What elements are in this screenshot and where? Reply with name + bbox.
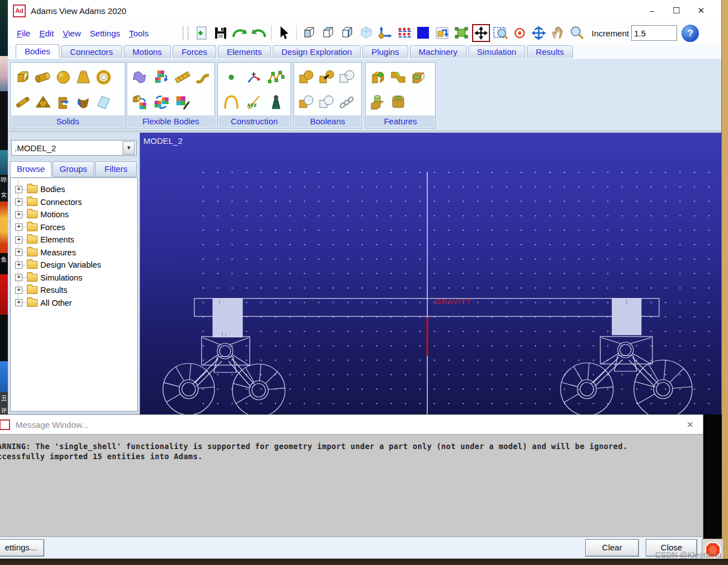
tree-item[interactable]: +Elements <box>11 234 137 246</box>
expand-icon[interactable]: + <box>15 299 22 306</box>
tree-item[interactable]: +Forces <box>11 221 137 234</box>
front-view-cube-icon[interactable] <box>301 25 318 41</box>
message-close-icon[interactable]: ✕ <box>687 419 694 430</box>
dynamic-pan-icon[interactable] <box>472 24 490 42</box>
help-button[interactable]: ? <box>682 25 699 42</box>
right-view-cube-icon[interactable] <box>339 25 356 41</box>
construction-marker-icon[interactable] <box>242 66 265 88</box>
tab-motions[interactable]: Motions <box>124 45 171 58</box>
solid-frustum-icon[interactable] <box>73 66 94 88</box>
message-window-title-bar[interactable]: Message Window... ✕ <box>0 415 703 434</box>
expand-icon[interactable]: + <box>15 223 22 231</box>
solid-sphere-icon[interactable] <box>53 66 73 88</box>
settings-button[interactable]: ettings... <box>0 539 44 557</box>
boolean-split-icon[interactable] <box>316 91 337 114</box>
menu-tools[interactable]: Tools <box>125 29 153 38</box>
save-icon[interactable] <box>212 25 229 41</box>
construction-arc-icon[interactable] <box>220 91 242 114</box>
construction-point-icon[interactable] <box>220 66 242 88</box>
discrete-link-icon[interactable] <box>172 66 193 88</box>
solid-revolution-icon[interactable] <box>73 91 94 114</box>
expand-icon[interactable]: + <box>15 186 22 193</box>
boolean-intersect-icon[interactable] <box>296 91 316 114</box>
orientation-axes-icon[interactable] <box>377 25 394 41</box>
fit-to-view-icon[interactable] <box>453 25 470 41</box>
tree-item[interactable]: +Measures <box>11 246 137 259</box>
expand-icon[interactable]: + <box>15 211 22 218</box>
solid-extrusion-icon[interactable] <box>53 91 73 114</box>
tree-item[interactable]: +All Other <box>11 297 137 310</box>
pan-hand-icon[interactable] <box>549 25 566 41</box>
tree-item[interactable]: +Motions <box>11 208 137 221</box>
construction-spline-xyz-icon[interactable]: xyz <box>242 91 265 114</box>
maximize-button[interactable]: ☐ <box>664 0 689 21</box>
top-view-cube-icon[interactable] <box>320 25 337 41</box>
tree-item[interactable]: +Results <box>11 284 137 297</box>
menu-view[interactable]: View <box>58 29 85 38</box>
tree-item[interactable]: +Simulations <box>11 272 137 284</box>
tab-browse[interactable]: Browse <box>10 161 52 177</box>
model-selector[interactable]: .MODEL_2 ▼ <box>11 140 137 156</box>
tab-bodies[interactable]: Bodies <box>16 44 59 58</box>
group-label-solids[interactable]: Solids <box>11 115 124 128</box>
boolean-union-icon[interactable] <box>296 66 316 88</box>
solid-box-icon[interactable] <box>13 66 33 88</box>
increment-input[interactable] <box>631 25 677 41</box>
boolean-cut-icon[interactable] <box>337 66 357 88</box>
construction-machine-part-icon[interactable] <box>265 91 287 114</box>
flex-swap-icon[interactable] <box>151 91 172 114</box>
flex-edit-icon[interactable] <box>172 91 193 114</box>
undo-icon[interactable] <box>250 25 267 41</box>
expand-icon[interactable]: + <box>15 274 22 281</box>
working-grid-icon[interactable] <box>396 25 413 41</box>
expand-icon[interactable]: + <box>15 249 22 256</box>
expand-icon[interactable]: + <box>15 198 22 206</box>
feature-hole-icon[interactable] <box>388 91 408 114</box>
menu-file[interactable]: File <box>12 29 35 38</box>
minimize-button[interactable]: – <box>640 0 664 21</box>
tab-plugins[interactable]: Plugins <box>362 45 408 58</box>
rotate-view-icon[interactable] <box>530 25 547 41</box>
feature-fillet-icon[interactable] <box>388 66 408 88</box>
color-swatch-icon[interactable] <box>415 25 432 41</box>
viewport[interactable]: MODEL_2 GRAVITY <box>140 133 721 414</box>
group-label-construction[interactable]: Construction <box>218 115 290 128</box>
tab-machinery[interactable]: Machinery <box>410 45 466 58</box>
select-cursor-icon[interactable] <box>276 25 292 41</box>
rigid-to-flex-icon[interactable] <box>151 66 172 88</box>
new-file-icon[interactable] <box>193 25 210 41</box>
tab-forces[interactable]: Forces <box>172 45 216 58</box>
group-label-features[interactable]: Features <box>366 115 435 128</box>
expand-icon[interactable]: + <box>15 287 22 294</box>
tab-results[interactable]: Results <box>527 45 573 58</box>
menu-settings[interactable]: Settings <box>85 29 124 38</box>
flex-convert-icon[interactable] <box>129 91 151 114</box>
expand-icon[interactable]: + <box>15 236 22 244</box>
boolean-merge-icon[interactable] <box>316 66 337 88</box>
tree-item[interactable]: +Connectors <box>11 196 137 209</box>
feature-chamfer-icon[interactable] <box>368 66 388 88</box>
group-label-booleans[interactable]: Booleans <box>295 115 361 128</box>
tab-connectors[interactable]: Connectors <box>61 45 122 58</box>
solid-torus-icon[interactable] <box>94 66 114 88</box>
construction-polyline-icon[interactable] <box>265 66 287 88</box>
menu-edit[interactable]: Edit <box>35 29 58 38</box>
feature-hollow-icon[interactable] <box>408 66 428 88</box>
solid-plane-icon[interactable] <box>94 91 114 114</box>
zoom-magnifier-icon[interactable] <box>568 25 585 41</box>
chevron-down-icon[interactable]: ▼ <box>123 141 135 155</box>
model-tree[interactable]: +Bodies+Connectors+Motions+Forces+Elemen… <box>10 178 138 412</box>
close-button[interactable]: ✕ <box>689 0 713 21</box>
iso-view-cube-icon[interactable] <box>358 25 375 41</box>
tab-groups[interactable]: Groups <box>53 161 94 177</box>
tab-filters[interactable]: Filters <box>95 161 137 177</box>
expand-icon[interactable]: + <box>15 262 22 269</box>
tab-design-exploration[interactable]: Design Exploration <box>273 45 361 58</box>
render-mode-icon[interactable] <box>434 25 451 41</box>
boolean-chain-icon[interactable] <box>337 91 357 114</box>
clear-button[interactable]: Clear <box>585 539 639 557</box>
feature-boss-icon[interactable] <box>368 91 388 114</box>
redo-icon[interactable] <box>231 25 248 41</box>
tree-item[interactable]: +Bodies <box>11 183 137 196</box>
solid-plate-icon[interactable] <box>33 91 53 114</box>
